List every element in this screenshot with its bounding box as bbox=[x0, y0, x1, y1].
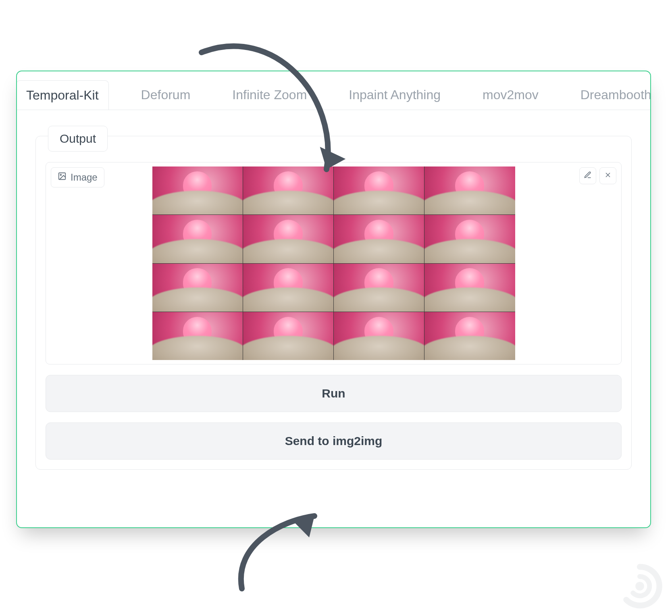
tab-label: mov2mov bbox=[483, 87, 539, 102]
tab-mov2mov[interactable]: mov2mov bbox=[473, 80, 548, 110]
edit-image-button[interactable] bbox=[579, 167, 596, 184]
image-type-badge: Image bbox=[51, 167, 104, 187]
output-tab-label: Output bbox=[60, 132, 96, 145]
tab-dreambooth[interactable]: Dreambooth bbox=[571, 80, 650, 110]
output-section: Output Image bbox=[35, 136, 632, 470]
tab-infinite-zoom[interactable]: Infinite Zoom bbox=[223, 80, 316, 110]
close-icon bbox=[604, 171, 612, 181]
tab-label: Inpaint Anything bbox=[349, 87, 441, 102]
pencil-icon bbox=[584, 171, 592, 181]
output-image-grid bbox=[152, 166, 515, 360]
image-badge-label: Image bbox=[71, 172, 98, 183]
output-tab[interactable]: Output bbox=[48, 126, 108, 152]
app-panel: Temporal-Kit Deforum Infinite Zoom Inpai… bbox=[16, 71, 651, 528]
run-button[interactable]: Run bbox=[46, 375, 622, 412]
image-icon bbox=[58, 172, 67, 183]
watermark-logo bbox=[616, 562, 664, 612]
tab-label: Temporal-Kit bbox=[26, 88, 99, 102]
send-button-label: Send to img2img bbox=[285, 434, 383, 447]
top-tabs: Temporal-Kit Deforum Infinite Zoom Inpai… bbox=[17, 71, 650, 110]
run-button-label: Run bbox=[322, 387, 345, 400]
svg-point-1 bbox=[60, 174, 61, 175]
output-image-pane[interactable]: Image bbox=[46, 162, 622, 364]
tab-deforum[interactable]: Deforum bbox=[131, 80, 200, 110]
tab-label: Infinite Zoom bbox=[232, 87, 307, 102]
panel-body: Output Image bbox=[17, 110, 650, 486]
tab-temporal-kit[interactable]: Temporal-Kit bbox=[17, 80, 109, 110]
tab-inpaint-anything[interactable]: Inpaint Anything bbox=[339, 80, 450, 110]
tab-label: Deforum bbox=[141, 87, 191, 102]
tab-label: Dreambooth bbox=[580, 87, 650, 102]
clear-image-button[interactable] bbox=[599, 167, 616, 184]
send-to-img2img-button[interactable]: Send to img2img bbox=[46, 422, 622, 460]
image-tools bbox=[579, 167, 616, 184]
svg-point-4 bbox=[635, 582, 644, 591]
